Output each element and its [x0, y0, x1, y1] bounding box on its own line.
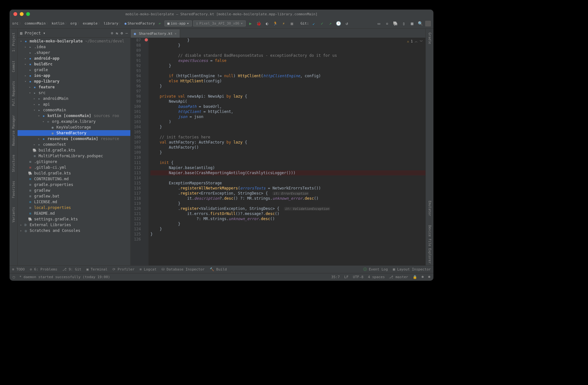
- tool-logcat[interactable]: ≡ Logcat: [140, 267, 156, 271]
- search-icon[interactable]: 🔍: [417, 20, 424, 27]
- avd-icon[interactable]: ▭: [375, 20, 382, 27]
- history-icon[interactable]: 🕑: [335, 20, 342, 27]
- device-selector[interactable]: ▯ Pixel_3a_API_30_x86 ▾: [193, 20, 246, 26]
- avatar-icon[interactable]: [425, 21, 431, 26]
- tool-terminal[interactable]: ▣ Terminal: [86, 267, 107, 271]
- fold-gutter[interactable]: [144, 38, 149, 265]
- tree-item[interactable]: ◉ SharedFactory: [18, 130, 130, 136]
- tree-item[interactable]: ▸ .shaper: [18, 50, 130, 56]
- tool-pull-requests[interactable]: Pull Requests: [12, 79, 15, 108]
- minimize-window[interactable]: [20, 12, 24, 16]
- tool-database[interactable]: ⛁ Database Inspector: [162, 267, 205, 271]
- tool-resource-manager[interactable]: Resource Manager: [12, 113, 15, 148]
- tool-variants[interactable]: Variants: [12, 205, 15, 224]
- tree-item[interactable]: ≡ gradlew: [18, 188, 130, 193]
- tool-problems[interactable]: ⊘ 6: Problems: [30, 267, 57, 271]
- tree-item[interactable]: ▸ gradle: [18, 67, 130, 73]
- tool-favorites[interactable]: Favorites: [12, 179, 15, 200]
- debug-icon[interactable]: 🐞: [255, 20, 262, 27]
- tree-item[interactable]: ▸ ▸ api: [18, 101, 130, 107]
- tool-device-explorer[interactable]: Device File Explorer: [428, 223, 432, 265]
- maximize-window[interactable]: [26, 12, 30, 16]
- tree-item[interactable]: ▸ ▪ buildSrc: [18, 61, 130, 67]
- tree-item[interactable]: ▾ ▪ mpp-library: [18, 78, 130, 84]
- tree-item[interactable]: ▸ ▪ feature: [18, 84, 130, 90]
- run-icon[interactable]: ▶: [247, 20, 254, 27]
- tool-commit[interactable]: Commit: [12, 59, 15, 74]
- profile-icon[interactable]: 🏃: [272, 20, 279, 27]
- tool-gradle[interactable]: Gradle: [428, 31, 432, 46]
- attach-icon[interactable]: ⚡: [280, 20, 287, 27]
- tree-item[interactable]: ≡ CONTRIBUTING.md: [18, 176, 130, 182]
- breadcrumb[interactable]: commonMain: [25, 21, 50, 26]
- code-editor[interactable]: ⚠1 ︿ ﹀ 878889909192939495969798991001011…: [131, 38, 425, 265]
- tool-emulator[interactable]: Emulator: [428, 199, 432, 218]
- lock-icon[interactable]: 🔒: [413, 275, 417, 279]
- file-encoding[interactable]: UTF-8: [353, 275, 363, 279]
- tree-item[interactable]: ◉ KeyValueStorage: [18, 124, 130, 130]
- update-icon[interactable]: ↙: [310, 20, 317, 27]
- tree-item[interactable]: ≡ local.properties: [18, 205, 130, 211]
- tree-item[interactable]: ▾ ▪ mobile-moko-boilerplate~/Documents/d…: [18, 38, 130, 44]
- coverage-icon[interactable]: ◐: [264, 20, 271, 27]
- breadcrumb[interactable]: src: [12, 21, 23, 26]
- tree-item[interactable]: ▸ ▪ resources [commonMain]resource: [18, 136, 130, 142]
- code-content[interactable]: } } // disable standard BadResponseStatu…: [149, 38, 425, 265]
- indent-setting[interactable]: 4 spaces: [368, 275, 385, 279]
- tree-item[interactable]: 🐘 build.gradle.kts: [18, 170, 130, 176]
- tool-layout-inspector[interactable]: ▦ Layout Inspector: [393, 267, 431, 271]
- stop-icon[interactable]: ■: [288, 20, 295, 27]
- tree-item[interactable]: ▸ ▪ android-app: [18, 56, 130, 61]
- breadcrumb-current[interactable]: ◉SharedFactory: [124, 21, 155, 26]
- git-branch[interactable]: ⎇ master: [389, 275, 408, 279]
- tree-item[interactable]: ≡ README.md: [18, 211, 130, 216]
- tree-item[interactable]: ≡ LICENSE.md: [18, 199, 130, 205]
- tree-item[interactable]: ▾ ▪ kotlin [commonMain]sources roo: [18, 113, 130, 119]
- breadcrumb[interactable]: org: [70, 21, 82, 26]
- rollback-icon[interactable]: ↺: [343, 20, 350, 27]
- tool-build[interactable]: 🔨 Build: [210, 267, 227, 271]
- push-icon[interactable]: ↗: [327, 20, 334, 27]
- commit-icon[interactable]: ✓: [318, 20, 325, 27]
- breadcrumb[interactable]: kotlin: [52, 21, 69, 26]
- expand-icon[interactable]: ⇆: [116, 31, 118, 35]
- tool-structure[interactable]: Structure: [12, 153, 15, 174]
- tree-item[interactable]: ≡ gradle.properties: [18, 182, 130, 188]
- caret-position[interactable]: 35:7: [331, 275, 340, 279]
- device-icon[interactable]: ▯: [400, 20, 407, 27]
- tool-todo[interactable]: ≡ TODO: [12, 267, 25, 271]
- sdk-icon[interactable]: ▫: [384, 20, 391, 27]
- breakpoint-icon[interactable]: [145, 38, 148, 41]
- line-separator[interactable]: LF: [344, 275, 348, 279]
- tool-project[interactable]: 1: Project: [12, 31, 15, 54]
- tree-item[interactable]: ≡ MultiPlatformLibrary.podspec: [18, 153, 130, 159]
- tool-profiler[interactable]: ⟳ Profiler: [113, 267, 134, 271]
- hide-icon[interactable]: —: [126, 31, 128, 35]
- breadcrumb[interactable]: example: [83, 21, 102, 26]
- tree-item[interactable]: ▾ ▸ src: [18, 90, 130, 96]
- tree-item[interactable]: ▸ ▸ androidMain: [18, 96, 130, 101]
- tree-item[interactable]: ▾ ▸ commonMain: [18, 107, 130, 113]
- run-config-selector[interactable]: ■ ios-app ▾: [164, 20, 192, 26]
- tree-item[interactable]: ▸ ▸ .idea: [18, 44, 130, 50]
- settings-icon[interactable]: ⚙: [121, 31, 123, 35]
- tree-item[interactable]: ≡ .gitignore: [18, 159, 130, 165]
- editor-tab[interactable]: ◉ SharedFactory.kt ×: [131, 29, 180, 38]
- sync-icon[interactable]: 🐘: [392, 20, 399, 27]
- tree-item[interactable]: 🐘 build.gradle.kts: [18, 147, 130, 153]
- breadcrumb[interactable]: library: [104, 21, 123, 26]
- tree-item[interactable]: ≡ gradlew.bat: [18, 193, 130, 199]
- tree-item[interactable]: ▾ ▫ org.example.library: [18, 119, 130, 124]
- tree-item[interactable]: ▸ ▸ commonTest: [18, 142, 130, 147]
- locate-icon[interactable]: ⊙: [111, 31, 113, 35]
- tree-item[interactable]: ▸ ◎ Scratches and Consoles: [18, 228, 130, 233]
- structure-icon[interactable]: ▦: [409, 20, 416, 27]
- tree-item[interactable]: ▸ ▪ ios-app: [18, 73, 130, 78]
- tool-git[interactable]: ⎇ 9: Git: [62, 267, 81, 271]
- close-window[interactable]: [13, 12, 17, 16]
- project-view-selector[interactable]: ▤ Project ▾: [20, 31, 45, 35]
- tool-window-icon[interactable]: ▢: [13, 275, 15, 279]
- tool-event-log[interactable]: ⓘ Event Log: [363, 267, 388, 272]
- project-tree[interactable]: ▾ ▪ mobile-moko-boilerplate~/Documents/d…: [18, 38, 130, 265]
- memory-icon[interactable]: ☻: [428, 275, 430, 279]
